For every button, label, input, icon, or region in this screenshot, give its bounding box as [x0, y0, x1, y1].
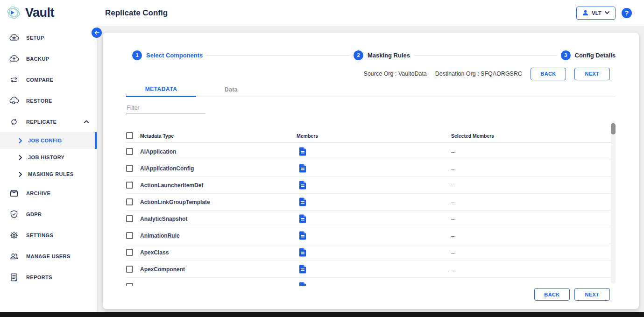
selected-members-value: --: [451, 149, 616, 155]
step-label: Config Details: [575, 52, 616, 59]
sidebar-item-label: RESTORE: [26, 98, 52, 104]
chevron-right-icon: [19, 138, 22, 143]
row-checkbox[interactable]: [126, 249, 133, 256]
selected-members-value: --: [451, 267, 616, 272]
help-icon[interactable]: ?: [622, 8, 632, 18]
back-button-top[interactable]: BACK: [531, 68, 566, 80]
row-checkbox[interactable]: [126, 283, 133, 286]
table-body: AIApplication -- AIApplicationConfig -- …: [126, 143, 616, 286]
step-number: 3: [561, 50, 571, 60]
sidebar-item-backup[interactable]: BACKUP: [0, 48, 97, 69]
document-icon[interactable]: [299, 265, 451, 274]
replicate-config-card: 1 Select Components 2 Masking Rules 3 Co…: [103, 33, 639, 309]
sidebar-item-archive[interactable]: ARCHIVE: [0, 183, 97, 204]
selected-members-value: --: [451, 233, 616, 239]
sidebar-item-label: ARCHIVE: [26, 190, 50, 196]
sidebar-collapse-button[interactable]: [92, 28, 102, 38]
main-content: 1 Select Components 2 Masking Rules 3 Co…: [97, 26, 644, 312]
cloud-upload-icon: [8, 53, 20, 64]
sidebar-item-restore[interactable]: RESTORE: [0, 90, 97, 111]
step-label: Masking Rules: [368, 52, 410, 59]
next-button-top[interactable]: NEXT: [574, 68, 610, 80]
sidebar-item-masking-rules[interactable]: MASKING RULES: [0, 166, 97, 183]
sidebar-subitem-label: JOB CONFIG: [28, 138, 62, 143]
step-number: 2: [354, 50, 363, 60]
sidebar-item-job-history[interactable]: JOB HISTORY: [0, 149, 97, 166]
chevron-right-icon: [19, 172, 22, 177]
bottom-actions: BACK NEXT: [534, 288, 610, 301]
document-icon[interactable]: [299, 181, 451, 190]
table-scrollbar-track: [611, 120, 616, 284]
metadata-type-name: AnimationRule: [140, 232, 297, 239]
row-checkbox[interactable]: [126, 215, 133, 222]
sidebar: SETUP BACKUP COMPARE RESTORE: [0, 26, 97, 312]
source-org-label: Source Org : VaultoData: [364, 70, 427, 77]
document-icon[interactable]: [299, 282, 451, 286]
table-row-partial: [126, 278, 616, 286]
sidebar-item-job-config[interactable]: JOB CONFIG: [0, 132, 97, 149]
metadata-type-name: ApexComponent: [140, 266, 297, 273]
sidebar-item-settings[interactable]: SETTINGS: [0, 225, 97, 246]
selected-members-value: --: [451, 250, 616, 255]
tab-metadata[interactable]: METADATA: [126, 82, 196, 97]
table-header: Metadata Type Members Selected Members: [126, 129, 616, 143]
logo-text: Vault: [25, 6, 54, 20]
sidebar-item-label: GDPR: [26, 211, 42, 217]
metadata-type-name: AIApplicationConfig: [140, 165, 297, 172]
document-icon[interactable]: [299, 248, 451, 257]
document-icon[interactable]: [299, 147, 451, 156]
sidebar-item-reports[interactable]: REPORTS: [0, 267, 97, 288]
sidebar-item-label: COMPARE: [26, 77, 53, 83]
sidebar-item-label: SETUP: [26, 35, 44, 41]
metadata-type-name: ActionLinkGroupTemplate: [140, 199, 297, 205]
destination-org-label: Destination Org : SFQAORGSRC: [435, 70, 522, 77]
filter-input[interactable]: [126, 103, 205, 113]
sidebar-item-label: BACKUP: [26, 56, 49, 62]
document-icon[interactable]: [299, 197, 451, 206]
back-button-bottom[interactable]: BACK: [534, 288, 570, 301]
sidebar-item-compare[interactable]: COMPARE: [0, 69, 97, 90]
select-all-checkbox[interactable]: [126, 132, 133, 139]
table-row: AnimationRule --: [126, 227, 616, 244]
row-checkbox[interactable]: [126, 165, 133, 172]
sidebar-subitem-label: JOB HISTORY: [28, 155, 64, 160]
table-scrollbar-thumb[interactable]: [611, 123, 616, 134]
row-checkbox[interactable]: [126, 232, 133, 239]
step-select-components[interactable]: 1 Select Components: [132, 50, 203, 60]
document-icon[interactable]: [299, 231, 451, 240]
next-button-bottom[interactable]: NEXT: [574, 288, 610, 301]
metadata-type-name: AIApplication: [140, 148, 297, 155]
cloud-gear-icon: [8, 32, 20, 43]
users-icon: [8, 251, 20, 262]
user-menu-button[interactable]: VLT: [576, 7, 616, 20]
user-menu-label: VLT: [592, 10, 602, 16]
selected-members-value: --: [451, 183, 616, 188]
column-header-members: Members: [297, 133, 451, 139]
row-checkbox[interactable]: [126, 148, 133, 155]
sidebar-item-setup[interactable]: SETUP: [0, 27, 97, 48]
sidebar-item-label: SETTINGS: [26, 232, 53, 238]
report-icon: [8, 272, 20, 283]
sidebar-item-gdpr[interactable]: GDPR: [0, 204, 97, 225]
replicate-submenu: JOB CONFIG JOB HISTORY MASKING RULES: [0, 132, 97, 183]
window-bottom-edge: [0, 312, 644, 317]
row-checkbox[interactable]: [126, 182, 133, 189]
stepper-connector: [414, 55, 557, 56]
app-logo[interactable]: Vault: [0, 4, 97, 22]
tab-bar: METADATA Data: [126, 82, 266, 97]
row-checkbox[interactable]: [126, 266, 133, 273]
sidebar-item-manage-users[interactable]: MANAGE USERS: [0, 246, 97, 267]
metadata-type-name: ActionLauncherItemDef: [140, 182, 297, 189]
document-icon[interactable]: [299, 214, 451, 223]
sidebar-item-replicate[interactable]: REPLICATE: [0, 111, 97, 132]
app-header: Vault Replicate Config VLT ?: [0, 0, 644, 26]
selected-members-value: --: [451, 216, 616, 222]
chevron-up-icon: [84, 120, 89, 124]
tab-data[interactable]: Data: [196, 82, 266, 97]
row-checkbox[interactable]: [126, 198, 133, 205]
document-icon[interactable]: [299, 164, 451, 173]
step-masking-rules[interactable]: 2 Masking Rules: [354, 50, 410, 60]
sidebar-subitem-label: MASKING RULES: [28, 171, 73, 177]
step-config-details[interactable]: 3 Config Details: [561, 50, 616, 60]
table-row: AIApplicationConfig --: [126, 160, 616, 177]
